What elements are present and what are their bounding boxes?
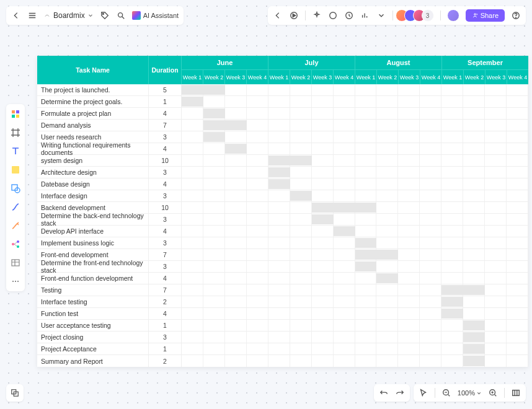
gantt-bar[interactable] [441, 309, 463, 319]
chart-icon[interactable] [360, 11, 370, 20]
table-row[interactable]: Testing7 [37, 284, 528, 296]
help-icon[interactable] [511, 11, 521, 20]
top-toolbar: Boardmix AI Assistant 3 Share [6, 6, 526, 25]
gantt-bar[interactable] [182, 97, 203, 107]
svg-rect-12 [12, 166, 19, 174]
table-row[interactable]: Front-end function development4 [37, 273, 528, 284]
left-toolbar [6, 104, 25, 291]
tag-icon[interactable] [100, 11, 110, 20]
ai-assistant-button[interactable]: AI Assistant [132, 11, 179, 20]
gantt-bar[interactable] [441, 285, 485, 295]
pen-icon[interactable] [9, 219, 22, 232]
bottom-toolbar: 100% [374, 384, 526, 402]
share-button[interactable]: Share [466, 9, 505, 22]
gantt-bar[interactable] [441, 297, 463, 307]
zoom-out-icon[interactable] [441, 388, 451, 398]
search-icon[interactable] [116, 11, 126, 20]
gantt-bar[interactable] [355, 262, 377, 271]
gantt-bar[interactable] [268, 167, 290, 177]
table-row[interactable]: system design10 [37, 155, 528, 167]
header-duration: Duration [149, 56, 182, 84]
table-row[interactable]: Interface design3 [37, 190, 528, 202]
svg-point-21 [17, 281, 19, 282]
gantt-bar[interactable] [463, 344, 485, 354]
mindmap-icon[interactable] [9, 238, 22, 250]
gantt-bar[interactable] [334, 226, 355, 236]
brand-name[interactable]: Boardmix [43, 11, 94, 20]
current-user-avatar[interactable] [447, 9, 459, 22]
table-row[interactable]: The project is launched.5 [37, 84, 528, 96]
gantt-bar[interactable] [203, 120, 247, 130]
sticky-icon[interactable] [9, 164, 22, 176]
table-row[interactable]: Determine the project goals.1 [37, 96, 528, 108]
gantt-bar[interactable] [355, 250, 399, 260]
play-icon[interactable] [289, 11, 299, 20]
table-row[interactable]: Interface testing2 [37, 296, 528, 308]
gantt-bar[interactable] [225, 144, 247, 154]
layers-button[interactable] [6, 384, 24, 402]
table-row[interactable]: Formulate a project plan4 [37, 108, 528, 120]
gantt-bar[interactable] [312, 214, 334, 224]
table-row[interactable]: Determine the back-end technology stack3 [37, 214, 528, 226]
gantt-bar[interactable] [463, 320, 485, 330]
table-row[interactable]: Determine the front-end technology stack… [37, 261, 528, 273]
avatar-stack[interactable]: 3 [399, 9, 434, 22]
map-icon[interactable] [511, 388, 521, 398]
play-back-icon[interactable] [273, 11, 283, 20]
gantt-bar[interactable] [203, 132, 225, 142]
svg-point-19 [12, 281, 14, 282]
history-icon[interactable] [344, 11, 354, 20]
svg-rect-10 [12, 115, 15, 118]
gantt-bar[interactable] [355, 238, 377, 248]
svg-point-5 [474, 14, 476, 15]
gantt-bar[interactable] [312, 203, 377, 213]
svg-rect-8 [12, 110, 15, 113]
undo-icon[interactable] [379, 388, 389, 398]
gantt-bar[interactable] [268, 156, 312, 165]
table-row[interactable]: User acceptance testing1 [37, 320, 528, 332]
template-icon[interactable] [9, 108, 22, 120]
table-icon[interactable] [9, 257, 22, 269]
svg-rect-18 [12, 260, 19, 266]
zoom-level[interactable]: 100% [458, 389, 482, 397]
more-icon[interactable] [9, 275, 22, 288]
connector-icon[interactable] [9, 201, 22, 213]
gantt-bar[interactable] [182, 85, 225, 95]
back-icon[interactable] [11, 11, 21, 20]
table-row[interactable]: Writing functional requirements document… [37, 143, 528, 155]
table-row[interactable]: Architecture design3 [37, 167, 528, 178]
table-row[interactable]: Summary and Report2 [37, 355, 528, 367]
gantt-bar[interactable] [268, 179, 290, 189]
table-row[interactable]: Demand analysis7 [37, 120, 528, 131]
gantt-bar[interactable] [463, 332, 485, 342]
menu-icon[interactable] [27, 11, 37, 20]
svg-point-7 [516, 17, 516, 18]
table-row[interactable]: Implement business logic3 [37, 237, 528, 249]
table-row[interactable]: Project Acceptance1 [37, 343, 528, 355]
chevron-down-icon[interactable] [376, 11, 386, 20]
gantt-bar[interactable] [376, 273, 398, 283]
svg-point-17 [17, 245, 19, 248]
frame-icon[interactable] [9, 126, 22, 139]
svg-rect-9 [16, 110, 19, 113]
table-row[interactable]: Datebase design4 [37, 178, 528, 190]
comment-icon[interactable] [328, 11, 338, 20]
svg-point-1 [118, 13, 122, 17]
table-row[interactable]: Project closing3 [37, 332, 528, 343]
text-icon[interactable] [9, 145, 22, 157]
cursor-icon[interactable] [419, 388, 428, 398]
gantt-bar[interactable] [463, 356, 485, 366]
svg-point-16 [17, 240, 19, 243]
gantt-table[interactable]: Task Name Duration JuneWeek 1Week 2Week … [37, 56, 528, 367]
gantt-bar[interactable] [203, 108, 225, 118]
sparkle-icon[interactable] [312, 11, 322, 20]
header-task: Task Name [37, 56, 149, 84]
zoom-in-icon[interactable] [488, 388, 498, 398]
shape-icon[interactable] [9, 182, 22, 195]
redo-icon[interactable] [395, 388, 405, 398]
table-row[interactable]: Develop API interface4 [37, 226, 528, 237]
brand-label: Boardmix [53, 11, 85, 20]
table-row[interactable]: Function test4 [37, 308, 528, 320]
gantt-bar[interactable] [290, 191, 312, 201]
svg-rect-11 [16, 115, 19, 118]
